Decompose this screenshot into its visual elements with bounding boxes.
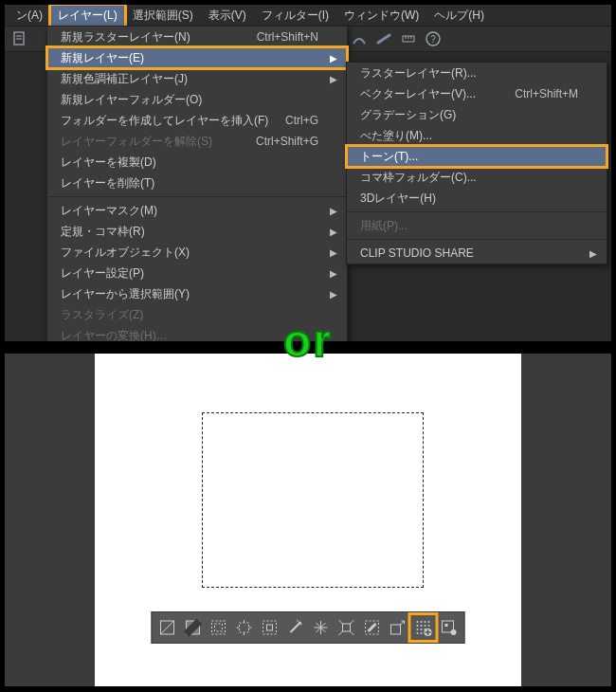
shortcut-label: Ctrl+Shift+N	[257, 30, 318, 44]
layer-menu-item-label: 新規レイヤー(E)	[61, 50, 144, 66]
menu-フィルターi[interactable]: フィルター(I)	[254, 5, 336, 27]
new-layer-submenu-item[interactable]: トーン(T)...	[347, 146, 607, 167]
svg-line-32	[317, 623, 321, 628]
fill-icon[interactable]	[361, 616, 384, 639]
new-layer-submenu-item[interactable]: ラスターレイヤー(R)...	[347, 63, 607, 83]
canvas-paper[interactable]	[95, 354, 521, 686]
help-icon[interactable]: ?	[424, 29, 443, 48]
svg-line-38	[339, 631, 343, 635]
svg-point-46	[417, 621, 419, 623]
layer-menu-item[interactable]: 新規レイヤー(E)▶	[47, 47, 347, 68]
menu-選択範囲s[interactable]: 選択範囲(S)	[125, 5, 201, 27]
svg-text:?: ?	[430, 34, 436, 45]
invert-icon[interactable]	[208, 616, 230, 639]
new-layer-submenu-item-label: CLIP STUDIO SHARE	[360, 246, 474, 260]
svg-rect-35	[343, 624, 351, 631]
new-layer-submenu-item-label: 3Dレイヤー(H)	[360, 191, 436, 207]
new-layer-icon[interactable]	[438, 616, 461, 639]
submenu-arrow-icon: ▶	[330, 289, 337, 300]
new-layer-submenu-separator	[347, 239, 607, 240]
svg-line-37	[351, 620, 354, 624]
canvas-workspace	[5, 354, 611, 686]
submenu-arrow-icon: ▶	[330, 247, 337, 258]
svg-line-34	[321, 623, 326, 628]
marquee-selection	[202, 412, 424, 588]
svg-point-55	[421, 628, 423, 630]
svg-line-30	[317, 628, 321, 632]
new-layer-submenu-item[interactable]: CLIP STUDIO SHARE▶	[347, 243, 607, 264]
ruler-icon[interactable]	[399, 29, 418, 48]
new-layer-submenu-item-label: ベクターレイヤー(V)...	[360, 86, 476, 102]
layer-menu-item[interactable]: フォルダーを作成してレイヤーを挿入(F)Ctrl+G	[47, 110, 347, 131]
svg-line-25	[298, 620, 299, 622]
submenu-arrow-icon: ▶	[330, 268, 337, 279]
menu-ヘルプh[interactable]: ヘルプ(H)	[426, 5, 492, 27]
layer-menu-item: ラスタライズ(Z)	[47, 304, 347, 325]
new-layer-submenu-item-label: トーン(T)...	[360, 149, 418, 165]
layer-menu-item[interactable]: 新規レイヤーフォルダー(O)	[47, 89, 347, 110]
layer-menu-item[interactable]: 定規・コマ枠(R)▶	[47, 221, 347, 242]
scale-icon[interactable]	[387, 616, 409, 639]
svg-rect-67	[445, 624, 448, 627]
layer-menu-item[interactable]: レイヤーマスク(M)▶	[47, 200, 347, 221]
svg-point-66	[451, 629, 457, 635]
clear-icon[interactable]	[310, 616, 333, 639]
expand-icon[interactable]	[233, 616, 256, 639]
layer-menu-item-label: ファイルオブジェクト(X)	[61, 245, 190, 261]
submenu-arrow-icon: ▶	[330, 206, 337, 216]
menu-ウィンドウw[interactable]: ウィンドウ(W)	[336, 5, 426, 27]
svg-line-36	[339, 620, 343, 624]
layer-menu-item-label: レイヤー設定(P)	[61, 265, 144, 282]
brush-c-icon[interactable]	[374, 29, 393, 48]
new-layer-submenu-item[interactable]: グラデーション(G)	[347, 104, 607, 125]
new-tone-icon[interactable]	[412, 616, 435, 639]
layer-menu-item-label: レイヤーの変換(H)…	[61, 328, 168, 344]
svg-point-47	[421, 621, 423, 623]
svg-line-43	[401, 621, 405, 625]
layer-menu-separator	[47, 196, 347, 197]
layer-menu-item[interactable]: レイヤー設定(P)▶	[47, 263, 347, 283]
new-layer-submenu-item[interactable]: べた塗り(M)...	[347, 125, 607, 146]
svg-rect-22	[267, 625, 273, 630]
layer-menu-item-label: レイヤーを複製(D)	[61, 155, 156, 171]
layer-menu-item-label: レイヤーフォルダーを解除(S)	[61, 134, 212, 150]
svg-point-49	[428, 621, 430, 623]
layer-menu-item-label: ラスタライズ(Z)	[61, 307, 143, 323]
new-layer-submenu-item-label: コマ枠フォルダー(C)...	[360, 170, 477, 186]
crop-icon[interactable]	[182, 616, 205, 639]
svg-point-50	[417, 625, 419, 627]
layer-menu-item[interactable]: レイヤーを削除(T)	[47, 173, 347, 193]
layer-menu-item[interactable]: レイヤーを複製(D)	[47, 152, 347, 173]
svg-line-23	[291, 623, 300, 632]
menu-レイヤーl[interactable]: レイヤー(L)	[50, 5, 125, 27]
menu-screenshot-panel: ン(A)レイヤー(L)選択範囲(S)表示(V)フィルター(I)ウィンドウ(W)ヘ…	[3, 3, 613, 343]
shortcut-label: Ctrl+Shift+G	[256, 135, 318, 148]
svg-point-52	[425, 625, 426, 627]
shrink-icon[interactable]	[259, 616, 281, 639]
svg-line-28	[321, 628, 326, 632]
new-layer-submenu-item-label: 用紙(P)...	[360, 218, 408, 234]
menu-表示v[interactable]: 表示(V)	[201, 5, 254, 27]
doc-new-icon[interactable]	[10, 29, 29, 48]
new-layer-submenu-item[interactable]: 3Dレイヤー(H)	[347, 188, 607, 209]
layer-menu-item-label: 定規・コマ枠(R)	[61, 224, 145, 240]
layer-menu-item-label: レイヤーマスク(M)	[61, 203, 157, 219]
deselect-icon[interactable]	[156, 616, 179, 639]
layer-menu-item[interactable]: 新規色調補正レイヤー(J)▶	[47, 68, 347, 89]
menubar: ン(A)レイヤー(L)選択範囲(S)表示(V)フィルター(I)ウィンドウ(W)ヘ…	[5, 5, 611, 26]
brush-b-icon[interactable]	[350, 29, 369, 48]
new-layer-submenu-item[interactable]: ベクターレイヤー(V)...Ctrl+Shift+M	[347, 83, 607, 104]
layer-menu-item[interactable]: 新規ラスターレイヤー(N)Ctrl+Shift+N	[47, 27, 347, 47]
svg-point-24	[299, 622, 301, 624]
svg-rect-14	[212, 621, 226, 634]
shortcut-label: Ctrl+G	[285, 114, 318, 127]
wand-icon[interactable]	[284, 616, 307, 639]
layer-menu-item[interactable]: ファイルオブジェクト(X)▶	[47, 242, 347, 263]
layer-menu-item[interactable]: レイヤーから選択範囲(Y)▶	[47, 283, 347, 304]
new-layer-submenu-item[interactable]: コマ枠フォルダー(C)...	[347, 167, 607, 188]
menu-ンa[interactable]: ン(A)	[9, 5, 50, 27]
submenu-arrow-icon: ▶	[330, 53, 337, 64]
svg-rect-21	[263, 621, 277, 634]
svg-line-26	[300, 624, 302, 625]
outside-clear-icon[interactable]	[335, 616, 358, 639]
